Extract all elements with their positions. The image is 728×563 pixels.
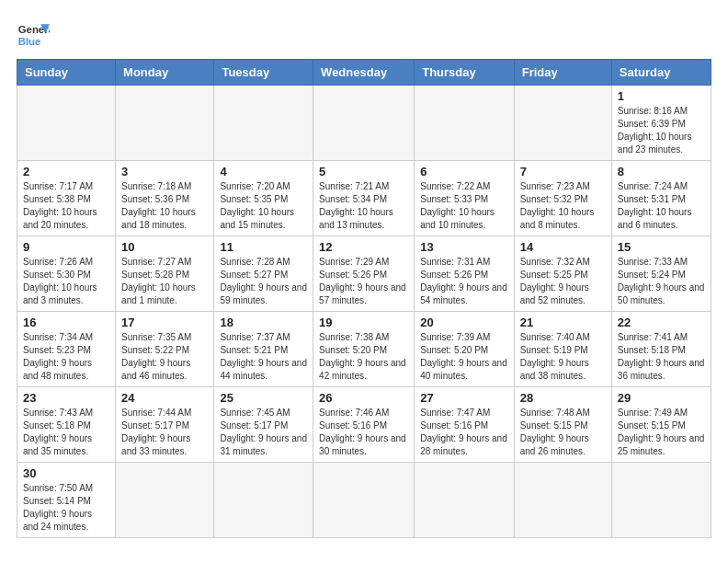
weekday-header-thursday: Thursday: [415, 60, 514, 86]
day-info: Sunrise: 7:49 AM Sunset: 5:15 PM Dayligh…: [618, 407, 705, 458]
day-number: 25: [220, 391, 307, 405]
day-number: 4: [220, 165, 307, 178]
calendar-cell: 7Sunrise: 7:23 AM Sunset: 5:32 PM Daylig…: [514, 161, 611, 236]
day-number: 15: [618, 240, 705, 254]
day-info: Sunrise: 7:27 AM Sunset: 5:28 PM Dayligh…: [121, 256, 208, 307]
day-number: 18: [220, 316, 307, 329]
calendar-cell: 22Sunrise: 7:41 AM Sunset: 5:18 PM Dayli…: [611, 312, 711, 387]
calendar-cell: 24Sunrise: 7:44 AM Sunset: 5:17 PM Dayli…: [116, 387, 214, 463]
weekday-header-row: SundayMondayTuesdayWednesdayThursdayFrid…: [17, 60, 711, 86]
calendar-cell: 17Sunrise: 7:35 AM Sunset: 5:22 PM Dayli…: [116, 312, 214, 387]
day-info: Sunrise: 7:46 AM Sunset: 5:16 PM Dayligh…: [319, 407, 408, 458]
calendar-week-2: 2Sunrise: 7:17 AM Sunset: 5:38 PM Daylig…: [17, 161, 711, 236]
calendar-cell: 4Sunrise: 7:20 AM Sunset: 5:35 PM Daylig…: [214, 161, 313, 236]
calendar-cell: [514, 463, 611, 538]
calendar-cell: 5Sunrise: 7:21 AM Sunset: 5:34 PM Daylig…: [313, 161, 415, 236]
day-number: 26: [319, 391, 408, 405]
calendar-cell: [313, 86, 415, 161]
day-number: 10: [121, 240, 208, 254]
day-info: Sunrise: 7:20 AM Sunset: 5:35 PM Dayligh…: [220, 180, 307, 232]
day-info: Sunrise: 7:18 AM Sunset: 5:36 PM Dayligh…: [121, 180, 208, 232]
day-info: Sunrise: 7:39 AM Sunset: 5:20 PM Dayligh…: [420, 331, 507, 383]
day-info: Sunrise: 7:50 AM Sunset: 5:14 PM Dayligh…: [23, 482, 109, 534]
calendar-cell: 16Sunrise: 7:34 AM Sunset: 5:23 PM Dayli…: [17, 312, 116, 387]
day-info: Sunrise: 7:48 AM Sunset: 5:15 PM Dayligh…: [520, 407, 606, 458]
day-info: Sunrise: 7:29 AM Sunset: 5:26 PM Dayligh…: [319, 256, 408, 307]
calendar-week-6: 30Sunrise: 7:50 AM Sunset: 5:14 PM Dayli…: [17, 463, 711, 538]
calendar-week-4: 16Sunrise: 7:34 AM Sunset: 5:23 PM Dayli…: [17, 312, 711, 387]
day-info: Sunrise: 7:32 AM Sunset: 5:25 PM Dayligh…: [520, 256, 606, 307]
calendar-week-1: 1Sunrise: 8:16 AM Sunset: 6:39 PM Daylig…: [17, 86, 711, 161]
weekday-header-sunday: Sunday: [17, 60, 116, 86]
day-number: 8: [618, 165, 705, 178]
day-info: Sunrise: 7:43 AM Sunset: 5:18 PM Dayligh…: [23, 407, 109, 458]
day-info: Sunrise: 7:47 AM Sunset: 5:16 PM Dayligh…: [420, 407, 507, 458]
day-info: Sunrise: 7:31 AM Sunset: 5:26 PM Dayligh…: [420, 256, 507, 307]
calendar-cell: 6Sunrise: 7:22 AM Sunset: 5:33 PM Daylig…: [415, 161, 514, 236]
weekday-header-saturday: Saturday: [611, 60, 711, 86]
header: General Blue: [17, 17, 711, 50]
day-info: Sunrise: 7:37 AM Sunset: 5:21 PM Dayligh…: [220, 331, 307, 383]
day-info: Sunrise: 7:35 AM Sunset: 5:22 PM Dayligh…: [121, 331, 208, 383]
calendar-cell: 30Sunrise: 7:50 AM Sunset: 5:14 PM Dayli…: [17, 463, 116, 538]
calendar-cell: [313, 463, 415, 538]
day-number: 13: [420, 240, 507, 254]
calendar-cell: [415, 86, 514, 161]
day-number: 12: [319, 240, 408, 254]
calendar-cell: 8Sunrise: 7:24 AM Sunset: 5:31 PM Daylig…: [611, 161, 711, 236]
day-number: 22: [618, 316, 705, 329]
day-number: 9: [23, 240, 109, 254]
calendar-cell: [17, 86, 116, 161]
day-info: Sunrise: 7:26 AM Sunset: 5:30 PM Dayligh…: [23, 256, 109, 307]
calendar-cell: [116, 86, 214, 161]
calendar-cell: 3Sunrise: 7:18 AM Sunset: 5:36 PM Daylig…: [116, 161, 214, 236]
day-number: 21: [520, 316, 606, 329]
day-info: Sunrise: 7:24 AM Sunset: 5:31 PM Dayligh…: [618, 180, 705, 232]
calendar-cell: 9Sunrise: 7:26 AM Sunset: 5:30 PM Daylig…: [17, 236, 116, 312]
calendar-cell: 1Sunrise: 8:16 AM Sunset: 6:39 PM Daylig…: [611, 86, 711, 161]
day-number: 17: [121, 316, 208, 329]
calendar-cell: [611, 463, 711, 538]
calendar-cell: [214, 463, 313, 538]
day-number: 6: [420, 165, 507, 178]
day-info: Sunrise: 7:23 AM Sunset: 5:32 PM Dayligh…: [520, 180, 606, 232]
day-number: 14: [520, 240, 606, 254]
weekday-header-wednesday: Wednesday: [313, 60, 415, 86]
calendar-cell: 21Sunrise: 7:40 AM Sunset: 5:19 PM Dayli…: [514, 312, 611, 387]
calendar-cell: 13Sunrise: 7:31 AM Sunset: 5:26 PM Dayli…: [415, 236, 514, 312]
day-number: 7: [520, 165, 606, 178]
calendar-cell: 23Sunrise: 7:43 AM Sunset: 5:18 PM Dayli…: [17, 387, 116, 463]
day-number: 5: [319, 165, 408, 178]
day-info: Sunrise: 7:44 AM Sunset: 5:17 PM Dayligh…: [121, 407, 208, 458]
calendar-cell: 18Sunrise: 7:37 AM Sunset: 5:21 PM Dayli…: [214, 312, 313, 387]
svg-text:Blue: Blue: [18, 36, 41, 47]
day-info: Sunrise: 8:16 AM Sunset: 6:39 PM Dayligh…: [618, 105, 705, 156]
day-info: Sunrise: 7:28 AM Sunset: 5:27 PM Dayligh…: [220, 256, 307, 307]
day-number: 29: [618, 391, 705, 405]
day-info: Sunrise: 7:21 AM Sunset: 5:34 PM Dayligh…: [319, 180, 408, 232]
day-number: 24: [121, 391, 208, 405]
calendar-cell: 12Sunrise: 7:29 AM Sunset: 5:26 PM Dayli…: [313, 236, 415, 312]
day-info: Sunrise: 7:22 AM Sunset: 5:33 PM Dayligh…: [420, 180, 507, 232]
weekday-header-tuesday: Tuesday: [214, 60, 313, 86]
calendar-cell: 28Sunrise: 7:48 AM Sunset: 5:15 PM Dayli…: [514, 387, 611, 463]
calendar-cell: 19Sunrise: 7:38 AM Sunset: 5:20 PM Dayli…: [313, 312, 415, 387]
weekday-header-friday: Friday: [514, 60, 611, 86]
calendar-cell: 20Sunrise: 7:39 AM Sunset: 5:20 PM Dayli…: [415, 312, 514, 387]
day-info: Sunrise: 7:40 AM Sunset: 5:19 PM Dayligh…: [520, 331, 606, 383]
calendar-cell: 14Sunrise: 7:32 AM Sunset: 5:25 PM Dayli…: [514, 236, 611, 312]
day-info: Sunrise: 7:38 AM Sunset: 5:20 PM Dayligh…: [319, 331, 408, 383]
day-info: Sunrise: 7:41 AM Sunset: 5:18 PM Dayligh…: [618, 331, 705, 383]
day-number: 23: [23, 391, 109, 405]
calendar-table: SundayMondayTuesdayWednesdayThursdayFrid…: [17, 59, 711, 538]
day-number: 20: [420, 316, 507, 329]
day-info: Sunrise: 7:33 AM Sunset: 5:24 PM Dayligh…: [618, 256, 705, 307]
day-info: Sunrise: 7:34 AM Sunset: 5:23 PM Dayligh…: [23, 331, 109, 383]
calendar-cell: 10Sunrise: 7:27 AM Sunset: 5:28 PM Dayli…: [116, 236, 214, 312]
calendar-cell: [514, 86, 611, 161]
calendar-page: General Blue SundayMondayTuesdayWednesda…: [0, 0, 728, 547]
day-number: 3: [121, 165, 208, 178]
day-number: 2: [23, 165, 109, 178]
calendar-cell: 2Sunrise: 7:17 AM Sunset: 5:38 PM Daylig…: [17, 161, 116, 236]
calendar-cell: [214, 86, 313, 161]
